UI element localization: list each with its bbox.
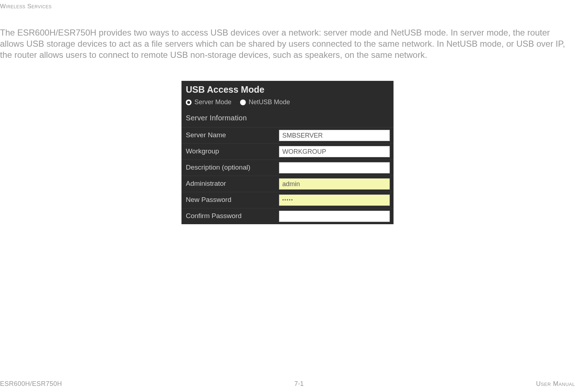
row-input-cell <box>279 160 394 176</box>
row-label: Server Name <box>181 128 279 143</box>
administrator-input[interactable] <box>279 178 390 190</box>
confirm-password-input[interactable] <box>279 211 390 222</box>
workgroup-input[interactable] <box>279 146 390 157</box>
config-panel-wrap: USB Access Mode Server Mode NetUSB Mode … <box>181 81 394 224</box>
row-description: Description (optional) <box>181 160 394 176</box>
row-label: Workgroup <box>181 144 279 160</box>
footer-right: User Manual <box>536 380 575 388</box>
panel-title: USB Access Mode <box>181 81 394 96</box>
row-input-cell <box>279 176 394 192</box>
row-label: Description (optional) <box>181 160 279 176</box>
radio-netusb-mode[interactable]: NetUSB Mode <box>240 98 290 106</box>
radio-row: Server Mode NetUSB Mode <box>181 96 394 112</box>
server-name-input[interactable] <box>279 130 390 141</box>
new-password-input[interactable] <box>279 194 390 206</box>
row-administrator: Administrator <box>181 176 394 192</box>
radio-dot-icon <box>186 100 192 105</box>
section-header: Wireless Services <box>0 3 52 10</box>
row-label: New Password <box>181 192 279 208</box>
radio-label: NetUSB Mode <box>249 98 290 106</box>
row-new-password: New Password <box>181 192 394 208</box>
footer-left: ESR600H/ESR750H <box>0 380 62 388</box>
body-paragraph: The ESR600H/ESR750H provides two ways to… <box>0 27 575 61</box>
row-input-cell <box>279 128 394 143</box>
page-footer: ESR600H/ESR750H 7-1 User Manual <box>0 380 575 388</box>
row-label: Confirm Password <box>181 208 279 224</box>
footer-page-number: 7-1 <box>294 380 304 388</box>
row-confirm-password: Confirm Password <box>181 208 394 224</box>
radio-label: Server Mode <box>194 98 231 106</box>
row-workgroup: Workgroup <box>181 143 394 160</box>
description-input[interactable] <box>279 162 390 174</box>
radio-dot-icon <box>240 100 246 105</box>
row-input-cell <box>279 208 394 224</box>
row-input-cell <box>279 192 394 208</box>
section-label: Server Information <box>181 112 394 127</box>
radio-server-mode[interactable]: Server Mode <box>186 98 231 106</box>
row-input-cell <box>279 144 394 160</box>
row-label: Administrator <box>181 176 279 192</box>
config-panel: USB Access Mode Server Mode NetUSB Mode … <box>181 81 394 224</box>
row-server-name: Server Name <box>181 127 394 143</box>
